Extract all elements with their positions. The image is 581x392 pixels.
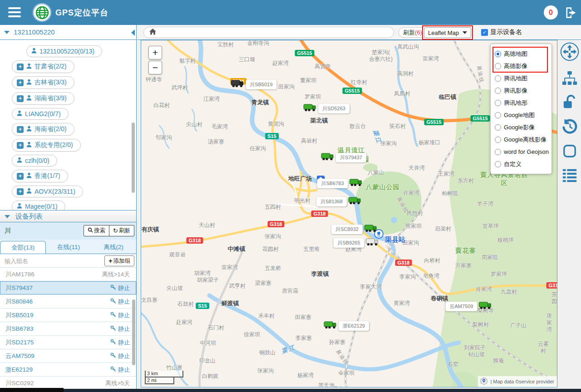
truck-icon[interactable] [321, 152, 335, 162]
expand-plus-icon[interactable]: + [17, 188, 24, 195]
group-name-input[interactable] [5, 256, 77, 266]
layer-option[interactable]: 腾讯地形 [495, 97, 551, 109]
account-bar[interactable]: 13211005220 [0, 25, 136, 40]
vehicle-label-bubble[interactable]: 云AM7509 [446, 302, 478, 311]
tree-node[interactable]: + czlh(0/0) [12, 155, 57, 167]
vehicle-marker[interactable]: 川SB6783 [317, 178, 363, 188]
device-list-header[interactable]: 设备列表 [0, 210, 136, 222]
refresh-button[interactable]: ↻ 刷新 [109, 225, 134, 236]
device-row[interactable]: 川S79437 静止 [0, 281, 136, 295]
layer-option[interactable]: Google地图 [495, 109, 551, 121]
vehicle-label-bubble[interactable]: 川SC8932 [331, 225, 363, 234]
zoom-in-button[interactable]: + [148, 46, 162, 59]
layer-option[interactable]: 高德地图 [495, 48, 551, 60]
truck-icon[interactable] [364, 224, 378, 234]
layer-option[interactable]: word for Geojson [495, 146, 551, 158]
map-canvas[interactable]: 宝胜村金刚寺沟真武山沟雷家湾楚家沟( 合寨六社)三口堰赵家湾魁字村高贤寺高洞村钟… [141, 40, 557, 387]
tree-node[interactable]: + LIANG2(0/7) [12, 108, 69, 120]
radio-icon[interactable] [495, 112, 501, 118]
vehicle-marker[interactable]: 云AM7509 [446, 301, 492, 311]
vehicle-label-bubble[interactable]: 川SD5263 [318, 104, 350, 113]
tree-node[interactable]: + 系统专用(2/0) [12, 139, 81, 152]
device-row[interactable]: 川SB6783 静止 [0, 322, 136, 336]
vehicle-marker[interactable]: 川S79437 [321, 152, 366, 162]
address-bar[interactable] [143, 27, 394, 38]
expand-plus-icon[interactable]: + [17, 142, 24, 149]
device-row[interactable]: 川SD2175 静止 [0, 336, 136, 349]
device-tab[interactable]: 离线(2) [91, 240, 136, 254]
vehicle-label-bubble[interactable]: 浙E62129 [339, 321, 369, 331]
truck-icon[interactable] [324, 321, 337, 331]
add-group-button[interactable]: +添加组 [104, 255, 134, 266]
vehicle-marker[interactable]: 川SC8932 [331, 224, 378, 234]
list-icon[interactable] [561, 167, 578, 185]
vehicle-label-bubble[interactable]: 川SB6783 [317, 179, 348, 188]
radio-icon[interactable] [495, 51, 501, 57]
layer-option[interactable]: 腾讯地图 [495, 72, 551, 84]
vehicle-marker[interactable]: 川SD5263 [303, 103, 350, 113]
menu-icon[interactable] [8, 7, 21, 18]
logout-icon[interactable] [564, 6, 578, 19]
vehicle-label-bubble[interactable]: 川SB9265 [333, 238, 364, 248]
radio-icon[interactable] [495, 88, 501, 94]
tree-node[interactable]: + AOVX(23/311) [12, 186, 83, 197]
history-icon[interactable] [561, 118, 578, 137]
truck-icon[interactable] [478, 301, 492, 311]
device-tab[interactable]: 在线(11) [46, 240, 91, 254]
vehicle-marker[interactable]: 川SB5019 [231, 79, 276, 89]
vehicle-label-bubble[interactable]: 川S79437 [336, 153, 366, 162]
truck-icon[interactable] [366, 238, 379, 248]
radio-icon[interactable] [495, 75, 501, 82]
tree-node[interactable]: + Magee(0/1) [12, 201, 65, 210]
vehicle-marker[interactable]: 川SB9265 [333, 238, 379, 248]
basemap-select[interactable]: Leaflet Map [424, 27, 471, 38]
notification-badge[interactable]: 0 [544, 5, 558, 20]
device-row[interactable]: 川SB5019 静止 [0, 309, 136, 322]
device-list-scrollbar[interactable] [132, 299, 135, 365]
vehicle-marker[interactable]: 川S81368 [316, 196, 362, 206]
layer-option[interactable]: 自定义 [495, 158, 551, 170]
truck-icon[interactable] [348, 196, 362, 206]
tree-node[interactable]: + 甘肃省(2/2) [12, 60, 74, 73]
search-button[interactable]: 搜索 [84, 225, 109, 236]
rectangle-icon[interactable] [562, 144, 577, 160]
zoom-out-button[interactable]: − [148, 61, 162, 74]
show-names-checkbox[interactable]: ✓ [481, 29, 488, 36]
expand-plus-icon[interactable]: + [17, 126, 24, 133]
device-search-input[interactable] [5, 225, 82, 236]
radio-icon[interactable] [495, 149, 501, 155]
hierarchy-icon[interactable] [561, 70, 578, 88]
device-row[interactable]: 云AM7509 静止 [0, 349, 136, 363]
tree-node[interactable]: + 吉林省(3/3) [12, 76, 74, 89]
expand-plus-icon[interactable]: + [17, 64, 24, 70]
layer-option[interactable]: 腾讯影像 [495, 84, 551, 97]
device-row[interactable]: 浙E62129 静止 [0, 363, 136, 377]
vehicle-marker[interactable]: 浙E62129 [324, 321, 369, 331]
tree-node[interactable]: + 香港(1/7) [12, 170, 68, 182]
vehicle-label-bubble[interactable]: 川S81368 [316, 197, 347, 206]
device-row[interactable]: 川S80846 静止 [0, 295, 136, 309]
expand-plus-icon[interactable]: + [17, 79, 24, 86]
tree-node[interactable]: + 13211005220(0/13) [26, 45, 102, 57]
radio-icon[interactable] [495, 124, 501, 131]
device-tab[interactable]: 全部(13) [0, 241, 46, 254]
radio-icon[interactable] [495, 161, 501, 167]
radio-icon[interactable] [495, 100, 501, 106]
device-row[interactable]: 川AM1786 离线>14天 [0, 268, 136, 281]
layer-option[interactable]: 高德影像 [495, 60, 551, 72]
layer-option[interactable]: Google离线影像 [495, 133, 551, 146]
sidebar-collapse-icon[interactable] [131, 29, 135, 36]
tree-node[interactable]: + 海南省(2/0) [12, 123, 74, 136]
expand-plus-icon[interactable]: + [17, 95, 24, 102]
truck-icon[interactable] [350, 178, 363, 188]
layer-option[interactable]: Google影像 [495, 121, 551, 133]
radio-icon[interactable] [495, 63, 501, 69]
truck-icon[interactable] [303, 103, 317, 113]
vehicle-label-bubble[interactable]: 川SB5019 [246, 80, 276, 89]
radio-icon[interactable] [495, 137, 501, 143]
unlock-icon[interactable] [562, 95, 577, 111]
truck-icon[interactable] [231, 79, 244, 89]
expand-plus-icon[interactable]: + [17, 173, 24, 180]
tree-node[interactable]: + 湖南省(3/9) [12, 92, 74, 105]
tree-scrollbar[interactable] [132, 122, 135, 193]
